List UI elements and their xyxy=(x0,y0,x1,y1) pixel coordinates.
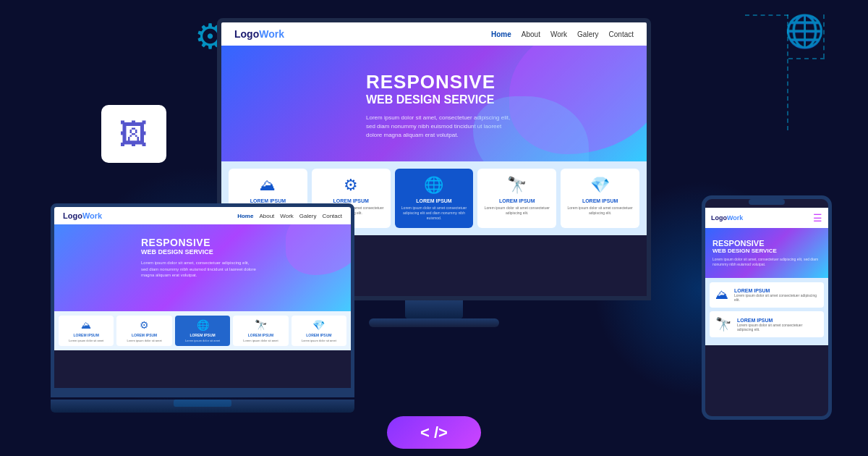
monitor-nav-links: Home About Work Galery Contact xyxy=(491,30,634,38)
phone-card-content-2: LOREM IPSUM Lorem ipsum dolor sit amet c… xyxy=(737,318,818,332)
laptop-card-label-2: LOREM IPSUM xyxy=(119,333,169,337)
phone-menu-icon[interactable]: ☰ xyxy=(813,212,822,224)
phone-card-content-1: LOREM IPSUM Lorem ipsum dolor sit amet c… xyxy=(734,288,818,302)
nav-contact[interactable]: Contact xyxy=(609,30,634,38)
laptop-hero-body: Lorem ipsum dolor sit amet, consectetuer… xyxy=(141,260,257,278)
nav-home[interactable]: Home xyxy=(491,30,511,38)
monitor-nav: LogoWork Home About Work Galery Contact xyxy=(221,22,647,46)
laptop: LogoWork Home About Work Galery Contact … xyxy=(51,203,354,413)
laptop-card-icon-5: 💎 xyxy=(294,319,344,331)
monitor-base-plate xyxy=(369,318,499,327)
laptop-card-text-3: Lorem ipsum dolor sit amet xyxy=(177,339,228,342)
laptop-card-text-1: Lorem ipsum dolor sit amet xyxy=(61,339,111,342)
phone-card-1: ⛰ LOREM IPSUM Lorem ipsum dolor sit amet… xyxy=(710,282,824,308)
phone: LogoWork ☰ RESPONSIVE WEB DESIGN SERVICE… xyxy=(702,195,832,420)
laptop-card-3-featured: 🌐 LOREM IPSUM Lorem ipsum dolor sit amet xyxy=(175,316,230,346)
laptop-card-label-3: LOREM IPSUM xyxy=(177,333,228,337)
laptop-card-label-1: LOREM IPSUM xyxy=(61,333,111,337)
phone-hero-body: Lorem ipsum dolor sit amet, consectetuer… xyxy=(712,257,821,267)
card-label-2: LOREM IPSUM xyxy=(316,198,386,203)
card-icon-gear: ⚙ xyxy=(316,176,386,195)
phone-screen: LogoWork ☰ RESPONSIVE WEB DESIGN SERVICE… xyxy=(702,195,832,420)
phone-card-text-1: Lorem ipsum dolor sit amet consectetuer … xyxy=(734,293,818,302)
phone-hero: RESPONSIVE WEB DESIGN SERVICE Lorem ipsu… xyxy=(705,228,828,278)
phone-card-2: 🔭 LOREM IPSUM Lorem ipsum dolor sit amet… xyxy=(710,311,824,337)
phone-card-label-1: LOREM IPSUM xyxy=(734,288,818,293)
phone-notch xyxy=(749,199,785,205)
dashed-line-h2 xyxy=(788,58,825,59)
laptop-card-2: ⚙ LOREM IPSUM Lorem ipsum dolor sit amet xyxy=(116,316,171,346)
phone-hero-title: RESPONSIVE xyxy=(712,239,821,248)
laptop-nav-about[interactable]: About xyxy=(259,213,274,219)
phone-nav: LogoWork ☰ xyxy=(705,208,828,228)
nav-about[interactable]: About xyxy=(522,30,540,38)
laptop-nav-home[interactable]: Home xyxy=(237,213,253,219)
phone-card-icon-2: 🔭 xyxy=(715,316,731,332)
card-text-5: Lorem ipsum dolor sit amet consectetuer … xyxy=(565,206,635,216)
card-icon-binoculars: 🔭 xyxy=(482,176,552,195)
laptop-card-5: 💎 LOREM IPSUM Lorem ipsum dolor sit amet xyxy=(292,316,346,346)
phone-card-label-2: LOREM IPSUM xyxy=(737,318,818,323)
laptop-card-icon-1: ⛰ xyxy=(61,319,111,331)
phone-card-icon-1: ⛰ xyxy=(715,287,728,303)
card-label-5: LOREM IPSUM xyxy=(565,198,635,203)
laptop-hero: RESPONSIVE WEB DESIGN SERVICE Lorem ipsu… xyxy=(54,224,351,311)
monitor-card-4: 🔭 LOREM IPSUM Lorem ipsum dolor sit amet… xyxy=(477,169,556,228)
laptop-card-icon-2: ⚙ xyxy=(119,319,169,331)
laptop-card-label-4: LOREM IPSUM xyxy=(235,333,286,337)
card-label-3: LOREM IPSUM xyxy=(399,198,469,203)
phone-cards: ⛰ LOREM IPSUM Lorem ipsum dolor sit amet… xyxy=(705,278,828,345)
laptop-card-1: ⛰ LOREM IPSUM Lorem ipsum dolor sit amet xyxy=(59,316,114,346)
card-text-4: Lorem ipsum dolor sit amet consectetuer … xyxy=(482,206,552,216)
monitor-stand-tube xyxy=(405,300,463,318)
card-icon-globe: 🌐 xyxy=(399,176,469,195)
card-label-4: LOREM IPSUM xyxy=(482,198,552,203)
image-icon: 🖼 xyxy=(101,105,166,163)
monitor-card-5: 💎 LOREM IPSUM Lorem ipsum dolor sit amet… xyxy=(561,169,639,228)
monitor-logo-highlight: Work xyxy=(259,28,284,40)
laptop-cards: ⛰ LOREM IPSUM Lorem ipsum dolor sit amet… xyxy=(54,311,351,350)
nav-work[interactable]: Work xyxy=(550,30,567,38)
phone-card-text-2: Lorem ipsum dolor sit amet consectetuer … xyxy=(737,323,818,332)
laptop-nav: LogoWork Home About Work Galery Contact xyxy=(54,207,351,224)
laptop-nav-links: Home About Work Galery Contact xyxy=(237,213,342,219)
laptop-card-text-5: Lorem ipsum dolor sit amet xyxy=(294,339,344,342)
laptop-card-icon-4: 🔭 xyxy=(235,319,286,331)
laptop-card-text-2: Lorem ipsum dolor sit amet xyxy=(119,339,169,342)
laptop-hinge xyxy=(51,392,354,397)
monitor-logo: LogoWork xyxy=(234,28,284,40)
laptop-nav-galery[interactable]: Galery xyxy=(299,213,317,219)
globe-icon: 🌐 xyxy=(785,11,825,51)
laptop-card-label-5: LOREM IPSUM xyxy=(294,333,344,337)
laptop-card-4: 🔭 LOREM IPSUM Lorem ipsum dolor sit amet xyxy=(233,316,288,346)
laptop-screen: LogoWork Home About Work Galery Contact … xyxy=(51,203,354,392)
phone-hero-subtitle: WEB DESIGN SERVICE xyxy=(712,248,821,254)
laptop-nav-work[interactable]: Work xyxy=(280,213,294,219)
dashed-line-h1 xyxy=(745,14,788,16)
code-button-label: < /> xyxy=(420,423,448,442)
laptop-hero-blob xyxy=(286,224,351,275)
code-button[interactable]: < /> xyxy=(387,416,481,449)
card-icon-diamond: 💎 xyxy=(565,176,635,195)
laptop-trackpad xyxy=(174,400,231,407)
card-label-1: LOREM IPSUM xyxy=(233,198,303,203)
card-icon-mountain: ⛰ xyxy=(233,176,303,195)
laptop-card-text-4: Lorem ipsum dolor sit amet xyxy=(235,339,286,342)
laptop-card-icon-3: 🌐 xyxy=(177,319,228,331)
laptop-logo: LogoWork xyxy=(63,211,102,220)
nav-galery[interactable]: Galery xyxy=(577,30,598,38)
laptop-nav-contact[interactable]: Contact xyxy=(322,213,342,219)
monitor-hero: RESPONSIVE WEB DESIGN SERVICE Lorem ipsu… xyxy=(221,46,647,161)
phone-logo: LogoWork xyxy=(711,214,743,221)
card-text-3: Lorem ipsum dolor sit amet consectetuer … xyxy=(399,206,469,221)
laptop-base xyxy=(51,400,354,413)
monitor-card-3-featured: 🌐 LOREM IPSUM Lorem ipsum dolor sit amet… xyxy=(395,169,474,228)
